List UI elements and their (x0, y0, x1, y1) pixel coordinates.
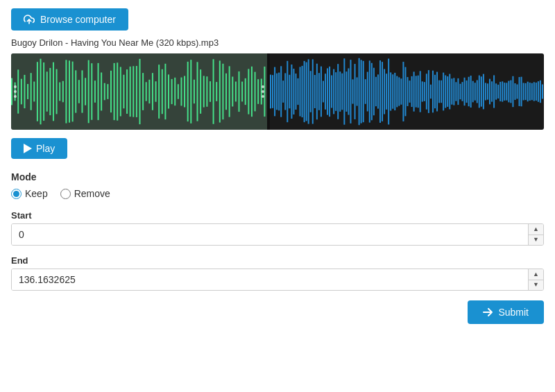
start-increment-button[interactable]: ▲ (529, 224, 543, 235)
left-drag-handle[interactable] (14, 85, 17, 98)
play-label: Play (36, 143, 55, 154)
end-input[interactable] (12, 269, 528, 290)
start-spinner-wrap: ▲ ▼ (11, 223, 544, 246)
play-icon (24, 144, 32, 153)
start-spinner-buttons: ▲ ▼ (528, 224, 543, 245)
waveform-blue-canvas (270, 53, 544, 130)
mode-remove-label: Remove (74, 188, 110, 199)
browse-button[interactable]: Browse computer (11, 8, 128, 31)
start-section: Start ▲ ▼ (11, 210, 544, 246)
waveform-green-region (11, 53, 267, 130)
start-decrement-button[interactable]: ▼ (529, 235, 543, 246)
end-section: End ▲ ▼ (11, 255, 544, 291)
mode-radio-group: Keep Remove (11, 188, 544, 199)
start-input[interactable] (12, 224, 528, 245)
end-spinner-buttons: ▲ ▼ (528, 269, 543, 290)
mode-keep-label: Keep (25, 188, 48, 199)
file-name: Bugoy Drilon - Having You Near Me (320 k… (11, 37, 544, 48)
browse-label: Browse computer (40, 14, 116, 25)
svg-marker-1 (24, 144, 32, 153)
mode-label: Mode (11, 171, 544, 182)
waveform-container[interactable] (11, 53, 544, 130)
waveform-green-canvas (11, 53, 267, 130)
waveform-divider (267, 53, 270, 130)
submit-button[interactable]: Submit (468, 300, 544, 324)
right-drag-handle[interactable] (262, 85, 264, 98)
submit-row: Submit (11, 300, 544, 324)
end-increment-button[interactable]: ▲ (529, 269, 543, 280)
mode-keep-radio[interactable] (11, 189, 22, 199)
end-label: End (11, 255, 544, 266)
play-button[interactable]: Play (11, 138, 67, 159)
mode-remove-radio[interactable] (60, 189, 71, 199)
waveform-blue-region (270, 53, 544, 130)
mode-remove-option[interactable]: Remove (60, 188, 110, 199)
end-spinner-wrap: ▲ ▼ (11, 269, 544, 291)
start-label: Start (11, 210, 544, 221)
end-decrement-button[interactable]: ▼ (529, 280, 543, 291)
mode-section: Mode Keep Remove (11, 171, 544, 199)
upload-icon (24, 14, 35, 25)
arrow-icon (483, 308, 493, 316)
mode-keep-option[interactable]: Keep (11, 188, 48, 199)
submit-label: Submit (498, 307, 529, 318)
